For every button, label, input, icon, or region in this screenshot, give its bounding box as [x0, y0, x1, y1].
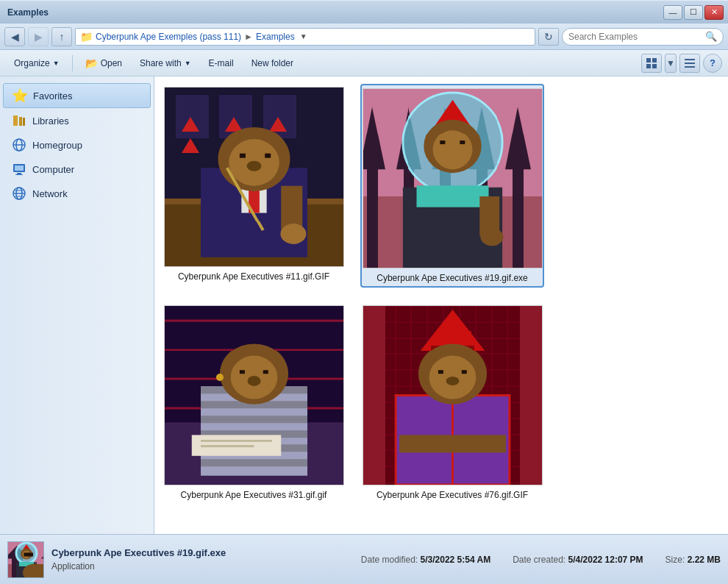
svg-rect-16 — [15, 174, 23, 175]
file-label-3: Cyberpunk Ape Executives #31.gif.gif — [181, 490, 327, 500]
open-icon: 📂 — [85, 57, 98, 69]
svg-rect-9 — [23, 118, 25, 126]
status-type: Application — [51, 561, 354, 571]
svg-rect-6 — [685, 66, 695, 68]
status-filename: Cyberpunk Ape Executives #19.gif.exe — [51, 547, 354, 558]
svg-rect-4 — [685, 59, 695, 60]
help-button[interactable]: ? — [703, 54, 722, 73]
computer-icon — [12, 162, 26, 177]
view-dropdown-icon[interactable]: ▼ — [665, 54, 677, 73]
svg-rect-2 — [646, 64, 651, 68]
share-dropdown-icon: ▼ — [185, 60, 191, 67]
close-button[interactable]: ✕ — [704, 5, 724, 20]
main-layout: ⭐ Favorites Libraries Homegroup — [0, 76, 728, 534]
status-date-created: Date created: 5/4/2022 12:07 PM — [513, 555, 643, 565]
file-thumb-1 — [164, 87, 344, 267]
back-button[interactable]: ◀ — [4, 27, 25, 46]
sidebar: ⭐ Favorites Libraries Homegroup — [0, 76, 154, 534]
sidebar-item-network[interactable]: Network — [3, 182, 151, 205]
sidebar-item-libraries-label: Libraries — [32, 115, 69, 127]
file-label-2: Cyberpunk Ape Executives #19.gif.exe — [377, 273, 527, 283]
email-button[interactable]: E-mail — [201, 53, 242, 74]
homegroup-icon — [12, 138, 26, 152]
svg-rect-1 — [652, 58, 657, 63]
file-list[interactable]: Cyberpunk Ape Executives #11.gif.GIF Cyb… — [154, 76, 728, 534]
file-thumb-4 — [363, 305, 543, 485]
breadcrumb-current[interactable]: Examples — [256, 32, 295, 42]
status-size: Size: 2.22 MB — [665, 555, 721, 565]
file-label-1: Cyberpunk Ape Executives #11.gif.GIF — [178, 271, 329, 282]
open-button[interactable]: 📂 Open — [77, 53, 130, 74]
title-bar: Examples — ☐ ✕ — [0, 0, 728, 24]
svg-rect-15 — [17, 173, 21, 174]
forward-button[interactable]: ▶ — [28, 27, 49, 46]
refresh-button[interactable]: ↻ — [538, 28, 559, 46]
status-date-modified: Date modified: 5/3/2022 5:54 AM — [361, 555, 490, 565]
toolbar: Organize ▼ 📂 Open Share with ▼ E-mail Ne… — [0, 50, 728, 76]
svg-rect-7 — [13, 115, 18, 126]
sidebar-item-computer-label: Computer — [32, 164, 74, 175]
svg-rect-14 — [15, 165, 24, 171]
title-bar-text: Examples — [4, 7, 663, 18]
status-info: Cyberpunk Ape Executives #19.gif.exe App… — [51, 547, 354, 571]
status-meta: Date modified: 5/3/2022 5:54 AM Date cre… — [361, 555, 721, 565]
svg-rect-0 — [646, 58, 651, 63]
sidebar-item-network-label: Network — [32, 188, 68, 199]
organize-dropdown-icon: ▼ — [53, 60, 60, 67]
toolbar-right: ▼ ? — [641, 54, 722, 73]
sidebar-item-homegroup-label: Homegroup — [32, 140, 82, 151]
sidebar-item-computer[interactable]: Computer — [3, 157, 151, 181]
up-button[interactable]: ↑ — [51, 27, 72, 46]
view-options-button[interactable] — [641, 54, 662, 73]
window-controls: — ☐ ✕ — [663, 5, 724, 20]
details-view-button[interactable] — [679, 54, 700, 73]
new-folder-button[interactable]: New folder — [243, 53, 301, 74]
search-box[interactable]: 🔍 — [562, 28, 724, 46]
star-icon: ⭐ — [13, 88, 27, 103]
status-thumbnail — [7, 541, 44, 578]
file-item-4[interactable]: Cyberpunk Ape Executives #76.gif.GIF — [360, 302, 544, 503]
svg-rect-5 — [685, 63, 695, 64]
minimize-button[interactable]: — — [663, 5, 682, 20]
status-bar: Cyberpunk Ape Executives #19.gif.exe App… — [0, 534, 728, 584]
network-icon — [12, 186, 26, 201]
library-icon — [12, 113, 26, 128]
search-icon[interactable]: 🔍 — [705, 31, 717, 42]
breadcrumb-parent[interactable]: Cyberpunk Ape Exemples (pass 111) — [96, 32, 241, 42]
sidebar-item-favorites[interactable]: ⭐ Favorites — [3, 83, 151, 108]
address-dropdown[interactable]: ▼ — [298, 32, 310, 40]
toolbar-separator-1 — [72, 55, 73, 71]
share-with-button[interactable]: Share with ▼ — [132, 53, 199, 74]
sidebar-item-favorites-label: Favorites — [33, 90, 72, 102]
address-bar: ◀ ▶ ↑ 📁 Cyberpunk Ape Exemples (pass 111… — [0, 24, 728, 50]
file-thumb-3 — [164, 305, 344, 485]
sidebar-item-libraries[interactable]: Libraries — [3, 109, 151, 132]
address-input[interactable]: 📁 Cyberpunk Ape Exemples (pass 111) ► Ex… — [75, 28, 535, 46]
maximize-button[interactable]: ☐ — [684, 5, 703, 20]
file-item-2[interactable]: Cyberpunk Ape Executives #19.gif.exe — [360, 84, 544, 288]
svg-rect-8 — [19, 117, 22, 126]
svg-rect-3 — [652, 64, 657, 68]
sidebar-item-homegroup[interactable]: Homegroup — [3, 133, 151, 157]
search-input[interactable] — [568, 32, 702, 42]
file-item-3[interactable]: Cyberpunk Ape Executives #31.gif.gif — [162, 302, 346, 503]
organize-button[interactable]: Organize ▼ — [6, 53, 68, 74]
file-thumb-2 — [363, 88, 543, 268]
file-label-4: Cyberpunk Ape Executives #76.gif.GIF — [377, 490, 528, 500]
file-item-1[interactable]: Cyberpunk Ape Executives #11.gif.GIF — [162, 84, 346, 288]
